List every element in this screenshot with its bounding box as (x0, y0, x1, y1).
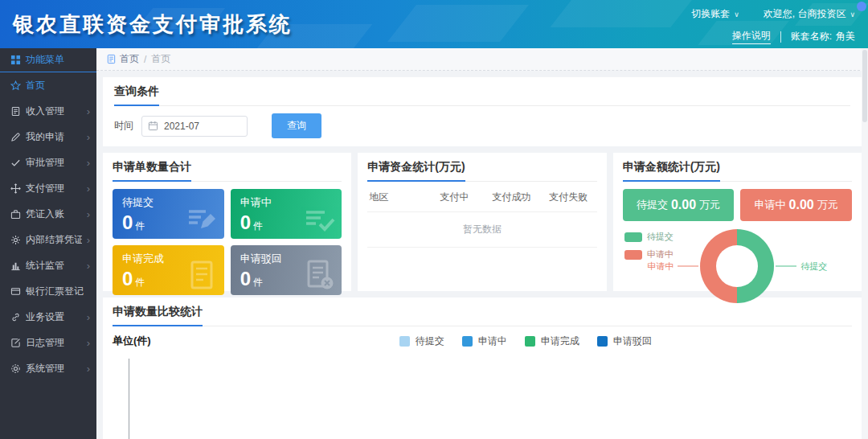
query-panel-title: 查询条件 (114, 84, 159, 106)
comparison-title: 申请数量比较统计 (113, 305, 203, 326)
breadcrumb-home[interactable]: 首页 (120, 52, 139, 66)
document-reject-icon (303, 259, 335, 291)
sidebar-item-payment[interactable]: 支付管理 › (0, 175, 96, 201)
y-axis-unit-label: 单位(件) (113, 334, 151, 348)
donut-callout-label: 待提交 (800, 261, 827, 273)
fund-stats-title: 申请资金统计(万元) (367, 160, 465, 182)
search-button[interactable]: 查询 (272, 113, 321, 138)
vertical-scrollbar-track[interactable] (862, 48, 868, 439)
pencil-icon (10, 132, 21, 142)
amount-badge-in-progress[interactable]: 申请中 0.00 万元 (740, 189, 852, 221)
gear-icon (10, 363, 21, 374)
chevron-down-icon: ∨ (734, 10, 739, 18)
legend-swatch (399, 336, 410, 347)
amount-badge-pending-submit[interactable]: 待提交 0.00 万元 (623, 189, 735, 221)
query-panel: 查询条件 时间 查询 (103, 77, 862, 146)
user-welcome-dropdown[interactable]: 欢迎您, 台商投资区 ∨ (764, 7, 855, 21)
breadcrumb-current: 首页 (151, 52, 170, 66)
chevron-right-icon: › (87, 106, 90, 117)
page-icon (106, 54, 117, 64)
header-divider (780, 31, 781, 43)
legend-swatch (525, 336, 535, 347)
legend-item[interactable]: 申请中 (462, 334, 507, 348)
sidebar-item-business-settings[interactable]: 业务设置 › (0, 304, 96, 330)
vertical-scrollbar-thumb[interactable] (862, 50, 867, 122)
amount-badge-label: 申请中 (755, 198, 786, 212)
account-name-value: 角美 (836, 30, 855, 43)
header-decor-shape (550, 0, 695, 27)
move-icon (10, 183, 21, 194)
sidebar-item-approval[interactable]: 审批管理 › (0, 150, 96, 175)
sidebar-item-label: 日志管理 (26, 336, 82, 350)
chevron-right-icon: › (87, 132, 90, 142)
chevron-right-icon: › (87, 261, 90, 271)
switch-account-label: 切换账套 (691, 7, 730, 21)
legend-item[interactable]: 申请中 (624, 248, 674, 261)
stat-card-in-progress[interactable]: 申请中 0件 (231, 189, 342, 239)
sidebar-item-statistics[interactable]: 统计监管 › (0, 252, 96, 278)
app-title: 银农直联资金支付审批系统 (13, 0, 293, 48)
legend-item[interactable]: 申请驳回 (597, 334, 652, 348)
legend-item[interactable]: 待提交 (399, 334, 444, 348)
legend-item[interactable]: 待提交 (624, 231, 674, 243)
sidebar-item-system[interactable]: 系统管理 › (0, 355, 96, 381)
grid-icon (10, 55, 21, 65)
check-icon (10, 158, 21, 168)
sidebar-item-label: 凭证入账 (26, 207, 82, 221)
sidebar-item-home[interactable]: 首页 (0, 72, 96, 98)
legend-label: 申请中 (478, 334, 507, 348)
sidebar-item-label: 首页 (26, 79, 90, 92)
sidebar-item-log[interactable]: 日志管理 › (0, 330, 96, 355)
amount-stats-header: 申请金额统计(万元) (623, 159, 852, 182)
sidebar-item-bank-draft[interactable]: 银行汇票登记 (0, 278, 96, 304)
operation-guide-link[interactable]: 操作说明 (732, 29, 771, 44)
welcome-label: 欢迎您, 台商投资区 (764, 7, 846, 21)
bar-chart-icon (10, 261, 21, 271)
stat-card-unit: 件 (135, 220, 145, 232)
fund-stats-column-headers: 地区 支付中 支付成功 支付失败 (367, 182, 596, 212)
document-icon (10, 106, 21, 117)
amount-badge-label: 待提交 (637, 198, 668, 212)
document-lines-icon (186, 259, 218, 291)
stat-card-unit: 件 (135, 277, 145, 288)
menu-header-label: 功能菜单 (26, 53, 64, 67)
legend-label: 申请驳回 (613, 334, 652, 348)
stat-card-rejected[interactable]: 申请驳回 0件 (231, 245, 342, 295)
edit-document-icon (186, 203, 218, 235)
amount-badge-unit: 万元 (699, 198, 720, 212)
sidebar-item-my-applications[interactable]: 我的申请 › (0, 124, 96, 150)
sidebar-item-voucher-entry[interactable]: 凭证入账 › (0, 201, 96, 227)
link-icon (10, 312, 21, 322)
sidebar-item-label: 系统管理 (26, 362, 82, 375)
fund-stats-panel: 申请资金统计(万元) 地区 支付中 支付成功 支付失败 暂无数据 (358, 153, 606, 291)
legend-swatch (624, 250, 642, 260)
breadcrumb: 首页 / 首页 (96, 48, 868, 71)
comparison-panel: 申请数量比较统计 单位(件) 待提交 申请中 (103, 297, 862, 439)
donut-chart[interactable] (700, 229, 774, 303)
sidebar-item-internal-settlement[interactable]: 内部结算凭证 › (0, 227, 96, 252)
donut-callout-right: 待提交 (776, 261, 827, 273)
legend-label: 申请完成 (541, 334, 579, 348)
stat-card-completed[interactable]: 申请完成 0件 (113, 245, 224, 295)
chevron-right-icon: › (87, 209, 90, 220)
sidebar-item-label: 我的申请 (26, 130, 82, 144)
stat-card-pending-submit[interactable]: 待提交 0件 (113, 189, 224, 239)
switch-account-dropdown[interactable]: 切换账套 ∨ (691, 7, 739, 21)
legend-swatch (624, 232, 642, 242)
notification-dot[interactable] (857, 2, 866, 11)
sidebar-item-label: 审批管理 (26, 156, 82, 170)
sidebar-item-income[interactable]: 收入管理 › (0, 98, 96, 124)
donut-callout-left: 申请中 (647, 261, 698, 273)
column-header: 支付中 (426, 191, 483, 204)
sidebar-item-label: 收入管理 (26, 105, 82, 118)
list-check-icon (303, 203, 335, 235)
legend-item[interactable]: 申请完成 (525, 334, 579, 348)
legend-swatch (462, 336, 473, 347)
count-summary-panel: 申请单数量合计 待提交 0件 申请中 0件 (103, 153, 351, 291)
query-panel-header: 查询条件 (114, 84, 850, 106)
edit-square-icon (10, 338, 21, 348)
amount-badge-value: 0.00 (671, 198, 696, 212)
chevron-right-icon: › (87, 363, 90, 374)
stat-card-value: 0 (240, 268, 251, 289)
legend-label: 待提交 (416, 334, 444, 348)
